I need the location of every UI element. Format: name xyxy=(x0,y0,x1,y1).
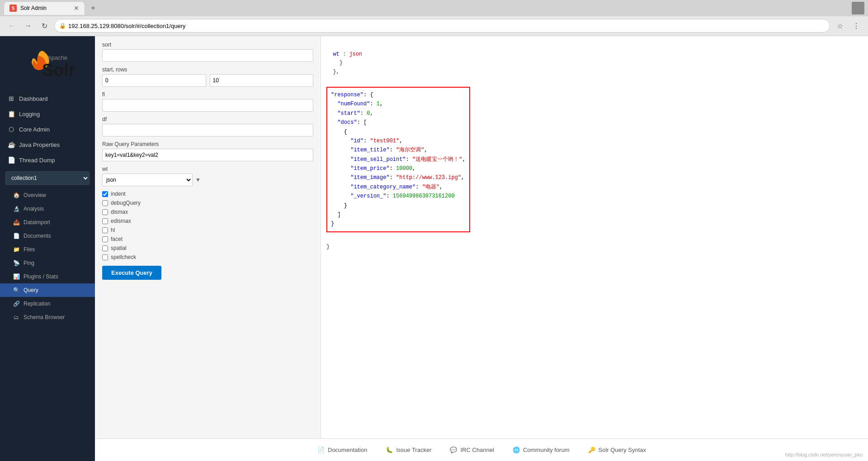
response-key: "response" xyxy=(331,92,363,98)
id-key: "id" xyxy=(350,138,363,144)
syntax-link[interactable]: 🔑 Solr Query Syntax xyxy=(588,446,646,454)
wt-label: wt xyxy=(102,166,313,172)
rows-input[interactable] xyxy=(210,74,314,87)
edismax-checkbox-item: edismax xyxy=(102,218,313,224)
facet-checkbox[interactable] xyxy=(102,236,108,242)
indent-checkbox-item: indent xyxy=(102,191,313,197)
address-bar[interactable]: 🔒 xyxy=(54,19,830,33)
forum-label: Community forum xyxy=(523,447,570,453)
sidebar-sub-item-analysis[interactable]: 🔬 Analysis xyxy=(0,202,95,216)
issue-tracker-link[interactable]: 🐛 Issue Tracker xyxy=(385,446,431,454)
version-key: "_version_" xyxy=(350,193,386,199)
raw-params-label: Raw Query Parameters xyxy=(102,141,313,147)
df-group: df xyxy=(102,116,313,136)
dashboard-icon: ⊞ xyxy=(7,94,15,103)
watermark: http://blog.csdn.net/yerenyuan_pku xyxy=(785,452,863,457)
spellcheck-checkbox[interactable] xyxy=(102,254,108,260)
debug-checkbox[interactable] xyxy=(102,200,108,206)
irc-channel-link[interactable]: 💬 IRC Channel xyxy=(449,446,494,454)
documentation-link[interactable]: 📄 Documentation xyxy=(317,446,367,454)
solr-logo-svg: Apache Solr xyxy=(15,45,80,84)
hl-label: hl xyxy=(111,227,115,233)
version-value: 1569499863073161200 xyxy=(393,193,455,199)
back-btn[interactable]: ← xyxy=(5,19,18,32)
replication-label: Replication xyxy=(24,301,50,307)
fl-input[interactable] xyxy=(102,99,313,112)
indent-label: indent xyxy=(111,191,126,197)
spatial-checkbox-item: spatial xyxy=(102,245,313,251)
df-input[interactable] xyxy=(102,124,313,136)
start-rows-label: start, rows xyxy=(102,66,313,73)
docs-key: "docs" xyxy=(337,119,357,126)
item-price-value: 10000 xyxy=(396,165,412,172)
documents-label: Documents xyxy=(24,233,51,239)
sidebar-sub-item-ping[interactable]: 📡 Ping xyxy=(0,256,95,270)
dismax-checkbox[interactable] xyxy=(102,209,108,215)
sidebar-sub-item-overview[interactable]: 🏠 Overview xyxy=(0,188,95,202)
debug-label: debugQuery xyxy=(111,200,141,206)
documents-icon: 📄 xyxy=(13,232,20,240)
active-tab[interactable]: S Solr Admin ✕ xyxy=(4,1,85,15)
tab-close-btn[interactable]: ✕ xyxy=(74,5,79,12)
sidebar-item-thread-dump[interactable]: 📄 Thread Dump xyxy=(0,152,95,168)
item-category-value: "电器" xyxy=(422,184,439,190)
refresh-btn[interactable]: ↻ xyxy=(38,19,51,32)
sidebar-item-logging[interactable]: 📋 Logging xyxy=(0,106,95,122)
sidebar-sub-item-query[interactable]: 🔍 Query xyxy=(0,283,95,297)
query-label: Query xyxy=(24,287,38,293)
item-sell-point-key: "item_sell_point" xyxy=(350,156,406,163)
svg-text:Apache: Apache xyxy=(47,54,67,61)
menu-btn[interactable]: ⋮ xyxy=(850,19,863,32)
item-title-value: "海尔空调" xyxy=(396,147,424,153)
collection-selector[interactable]: collection1 xyxy=(5,171,90,185)
collection-select[interactable]: collection1 xyxy=(5,171,90,185)
new-tab-btn[interactable]: + xyxy=(87,2,99,14)
spellcheck-label: spellcheck xyxy=(111,254,136,260)
wt-select[interactable]: json xml csv javabin xyxy=(102,174,193,186)
spatial-label: spatial xyxy=(111,245,127,251)
profile-icon xyxy=(852,2,864,14)
hl-checkbox[interactable] xyxy=(102,227,108,233)
wt-group: wt json xml csv javabin ▼ xyxy=(102,166,313,186)
bookmark-btn[interactable]: ☆ xyxy=(834,19,846,32)
indent-checkbox[interactable] xyxy=(102,191,108,197)
debug-checkbox-item: debugQuery xyxy=(102,200,313,206)
edismax-checkbox[interactable] xyxy=(102,218,108,224)
sidebar-sub-item-dataimport[interactable]: 📥 Dataimport xyxy=(0,216,95,229)
sidebar-core-admin-label: Core Admin xyxy=(19,126,50,133)
sidebar-item-dashboard[interactable]: ⊞ Dashboard xyxy=(0,91,95,106)
community-forum-link[interactable]: 🌐 Community forum xyxy=(512,446,570,454)
facet-label: facet xyxy=(111,236,123,242)
footer: 📄 Documentation 🐛 Issue Tracker 💬 IRC Ch… xyxy=(95,438,868,461)
execute-query-btn[interactable]: Execute Query xyxy=(102,266,161,280)
query-icon: 🔍 xyxy=(13,287,20,294)
app-container: Apache Solr ⊞ Dashboard 📋 Logging ⬡ Core… xyxy=(0,36,868,461)
start-input[interactable] xyxy=(102,74,206,87)
sidebar-item-java-properties[interactable]: ☕ Java Properties xyxy=(0,137,95,152)
sort-input[interactable] xyxy=(102,49,313,62)
start-key: "start" xyxy=(337,110,360,117)
content-area: sort start, rows fl xyxy=(95,36,868,461)
spellcheck-checkbox-item: spellcheck xyxy=(102,254,313,260)
thread-dump-icon: 📄 xyxy=(7,156,15,164)
edismax-label: edismax xyxy=(111,218,131,224)
sort-group: sort xyxy=(102,42,313,62)
start-rows-group: start, rows xyxy=(102,66,313,87)
sidebar-sub-item-documents[interactable]: 📄 Documents xyxy=(0,229,95,243)
post-json: } xyxy=(326,234,863,260)
issue-tracker-label: Issue Tracker xyxy=(396,447,431,453)
response-highlighted-block: "response": { "numFound": 1, "start": 0,… xyxy=(326,87,470,232)
sidebar-sub-item-schema-browser[interactable]: 🗂 Schema Browser xyxy=(0,310,95,324)
sidebar-sub-item-replication[interactable]: 🔗 Replication xyxy=(0,297,95,310)
url-input[interactable] xyxy=(68,23,816,29)
sidebar-sub-item-files[interactable]: 📁 Files xyxy=(0,243,95,256)
plugins-label: Plugins / Stats xyxy=(24,273,58,280)
sidebar-sub-item-plugins-stats[interactable]: 📊 Plugins / Stats xyxy=(0,270,95,283)
sidebar-item-core-admin[interactable]: ⬡ Core Admin xyxy=(0,122,95,137)
schema-browser-icon: 🗂 xyxy=(13,314,20,321)
issue-tracker-icon: 🐛 xyxy=(385,446,393,454)
spatial-checkbox[interactable] xyxy=(102,245,108,251)
id-value: "test001" xyxy=(370,138,399,144)
forward-btn[interactable]: → xyxy=(22,19,34,32)
raw-params-input[interactable] xyxy=(102,149,313,161)
